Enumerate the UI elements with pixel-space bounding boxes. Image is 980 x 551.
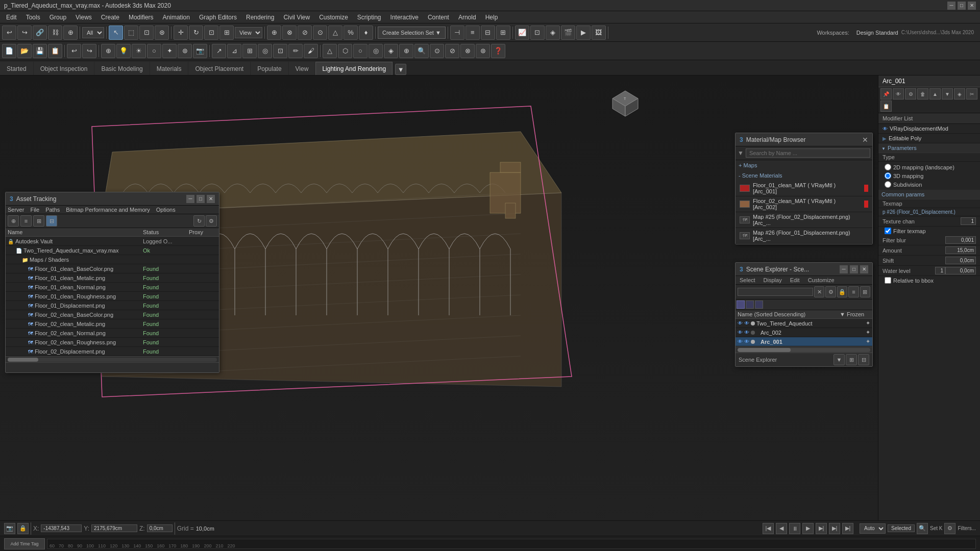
material-editor-button[interactable]: ◈	[546, 26, 560, 40]
redo2-button[interactable]: ↪	[82, 44, 96, 58]
geo7-button[interactable]: 🔍	[414, 44, 429, 58]
se-footer-btn3[interactable]: ⊟	[858, 354, 869, 365]
se-row-arc001[interactable]: 👁 👁 Arc_001 ✦	[736, 337, 872, 346]
scale-button[interactable]: ⊡	[204, 26, 218, 40]
menu-customize[interactable]: Customize	[315, 13, 352, 22]
render-frame-button[interactable]: 🖼	[592, 26, 606, 40]
y-coord-display[interactable]: 2175,679cm	[91, 524, 137, 532]
at-tb-btn2[interactable]: ≡	[20, 215, 32, 227]
at-refresh-button[interactable]: ↻	[193, 215, 205, 227]
amount-input[interactable]	[945, 246, 976, 254]
close-button[interactable]: ✕	[968, 2, 976, 10]
at-row-file[interactable]: 📄Two_Tiered_Aqueduct_max_vray.max Ok	[6, 246, 219, 255]
brush-button[interactable]: 🖌	[304, 44, 318, 58]
align2-button[interactable]: ⊟	[481, 26, 495, 40]
bend-button[interactable]: ↗	[212, 44, 226, 58]
at-menu-paths[interactable]: Paths	[45, 207, 60, 213]
se-close-button[interactable]: ✕	[860, 265, 868, 273]
se-settings-icon[interactable]	[755, 300, 763, 309]
sun-button[interactable]: ☀	[132, 44, 146, 58]
snap4-button[interactable]: ⊙	[313, 26, 327, 40]
prev-button[interactable]: ◀	[776, 523, 787, 534]
play-button[interactable]: ▶	[802, 523, 814, 534]
quick-render-button[interactable]: ▶	[576, 26, 591, 40]
at-tb-btn4[interactable]: ⊟	[46, 215, 57, 227]
shift-input[interactable]	[945, 257, 976, 264]
at-row-file8[interactable]: 🗺Floor_02_clean_Normal.png Found	[6, 329, 219, 338]
relative-bbox-cb[interactable]: Relative to bbox	[878, 276, 980, 285]
at-close-button[interactable]: ✕	[207, 195, 215, 203]
water-level-spinner[interactable]	[935, 267, 945, 274]
modifier-item-vray[interactable]: 👁 VRayDisplacementMod	[878, 124, 980, 134]
se-row-arc002[interactable]: 👁 👁 Arc_002 ✦	[736, 328, 872, 337]
filters-button[interactable]: ⚙	[944, 523, 955, 534]
menu-tools[interactable]: Tools	[22, 13, 44, 22]
render-mode-select[interactable]: Auto	[860, 523, 886, 534]
se-search-clear[interactable]: ✕	[814, 286, 824, 297]
at-row-file2[interactable]: 🗺Floor_01_clean_Metalic.png Found	[6, 273, 219, 283]
at-hscroll-thumb[interactable]	[8, 358, 38, 362]
filter-texmap-cb[interactable]: Filter texmap	[878, 227, 980, 235]
mb-search-input[interactable]	[746, 148, 870, 158]
undo2-button[interactable]: ↩	[67, 44, 81, 58]
last-frame-button[interactable]: ▶|	[842, 523, 853, 534]
se-tab-display[interactable]: Display	[760, 276, 786, 284]
mb-close-button[interactable]: ✕	[862, 136, 868, 144]
move-up-button[interactable]: ▲	[929, 88, 941, 99]
menu-content[interactable]: Content	[424, 13, 453, 22]
pivot-button[interactable]: ⊕	[101, 44, 115, 58]
tab-lighting-rendering[interactable]: Lighting And Rendering	[315, 62, 393, 75]
tab-object-inspection[interactable]: Object Inspection	[34, 62, 94, 75]
at-hscroll-track[interactable]	[8, 358, 217, 362]
x-coord-display[interactable]: -14387,543	[41, 524, 82, 532]
particle-button[interactable]: ✦	[162, 44, 177, 58]
new-button[interactable]: 📄	[2, 44, 16, 58]
displace-button[interactable]: ⊡	[273, 44, 287, 58]
menu-arnold[interactable]: Arnold	[454, 13, 480, 22]
save-copy-button[interactable]: 📋	[48, 44, 62, 58]
se-footer-btn2[interactable]: ⊞	[846, 354, 857, 365]
modifier-item-editable-poly[interactable]: ▶ Editable Poly	[878, 134, 980, 143]
modifier-config-button[interactable]: ⚙	[905, 88, 916, 99]
z-coord-display[interactable]: 0,0cm	[147, 524, 173, 532]
se-tab-select[interactable]: Select	[736, 276, 760, 284]
se-footer-btn1[interactable]: ▼	[834, 354, 845, 365]
select-window-button[interactable]: ⊡	[139, 26, 154, 40]
geo8-button[interactable]: ⊙	[430, 44, 444, 58]
unlink-button[interactable]: ⛓	[48, 26, 62, 40]
at-maximize-button[interactable]: □	[197, 195, 205, 203]
snap3-button[interactable]: ⊘	[298, 26, 312, 40]
at-row-file6[interactable]: 🗺Floor_02_clean_BaseColor.png Found	[6, 310, 219, 319]
align3-button[interactable]: ⊞	[496, 26, 510, 40]
menu-views[interactable]: Views	[71, 13, 96, 22]
mb-maps-section[interactable]: + Maps	[736, 160, 872, 170]
se-tab-customize[interactable]: Customize	[804, 276, 839, 284]
mirror-button[interactable]: ⊣	[450, 26, 464, 40]
at-row-file7[interactable]: 🗺Floor_02_clean_Metalic.png Found	[6, 319, 219, 329]
se-expand-btn[interactable]: ⊞	[860, 286, 870, 297]
at-row-file5[interactable]: 🗺Floor_01_Displacement.png Found	[6, 301, 219, 310]
at-row-file9[interactable]: 🗺Floor_02_clean_Roughness.png Found	[6, 338, 219, 347]
se-row-aqueduct[interactable]: 👁 👁 Two_Tiered_Aqueduct ✦	[736, 319, 872, 328]
tab-object-placement[interactable]: Object Placement	[188, 62, 250, 75]
tab-materials[interactable]: Materials	[150, 62, 188, 75]
bt-camera-icon[interactable]: 📷	[4, 523, 15, 534]
mb-scene-materials-section[interactable]: - Scene Materials	[736, 170, 872, 181]
percent-snap-button[interactable]: %	[344, 26, 358, 40]
at-row-maps-group[interactable]: 📁Maps / Shaders	[6, 255, 219, 264]
texture-chan-input[interactable]	[961, 217, 976, 225]
turbosmooth-button[interactable]: ◎	[258, 44, 272, 58]
minimize-button[interactable]: ─	[947, 2, 955, 10]
create-selection-set-button[interactable]: Create Selection Set ▼	[378, 27, 446, 39]
se-eye-icon[interactable]	[746, 300, 754, 309]
menu-modifiers[interactable]: Modifiers	[125, 13, 158, 22]
radio-subdivision[interactable]: Subdivision	[885, 180, 974, 189]
tab-dropdown-button[interactable]: ▼	[395, 64, 406, 75]
geo5-button[interactable]: ◈	[384, 44, 398, 58]
se-maximize-button[interactable]: □	[850, 265, 858, 273]
link-button[interactable]: 🔗	[33, 26, 47, 40]
pin-button[interactable]: 📌	[880, 88, 892, 99]
asset-tracking-header[interactable]: 3 Asset Tracking ─ □ ✕	[6, 192, 219, 206]
at-row-file10[interactable]: 🗺Floor_02_Displacement.png Found	[6, 347, 219, 356]
open-button[interactable]: 📂	[17, 44, 32, 58]
